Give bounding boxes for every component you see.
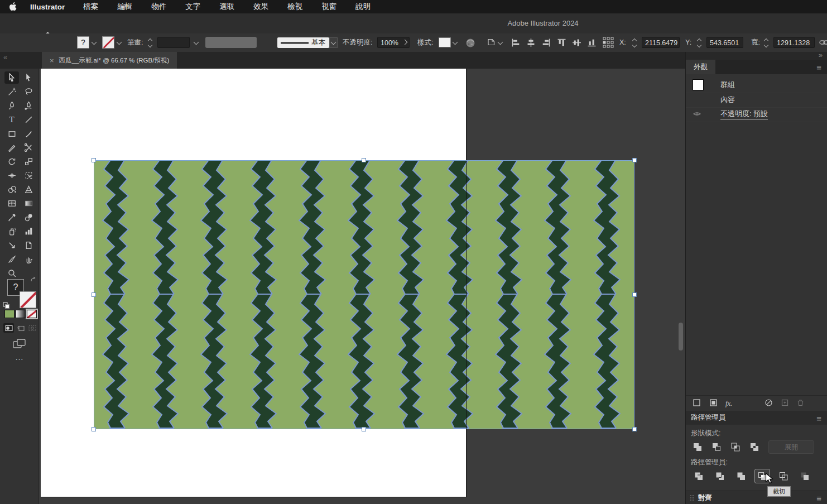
paintbrush-tool[interactable]: [21, 127, 36, 140]
align-horizontal-center-icon[interactable]: [526, 38, 536, 50]
appearance-panel-menu-icon[interactable]: ≡: [816, 63, 821, 72]
align-to-selection-icon[interactable]: [487, 37, 496, 49]
pathfinder-minus-back-icon[interactable]: [797, 469, 812, 483]
tab-overflow-icon[interactable]: «: [3, 53, 7, 61]
align-vertical-bottom-icon[interactable]: [587, 38, 597, 50]
align-vertical-center-icon[interactable]: [572, 38, 581, 50]
apple-icon[interactable]: [9, 2, 17, 11]
draw-inside-mode[interactable]: [27, 323, 37, 333]
recolor-artwork-icon[interactable]: [465, 38, 475, 50]
draw-behind-mode[interactable]: [15, 323, 26, 333]
lasso-tool[interactable]: [21, 85, 36, 98]
selection-handle-mid-right[interactable]: [632, 292, 637, 297]
stroke-indicator[interactable]: [20, 291, 36, 308]
align-horizontal-left-icon[interactable]: [511, 38, 521, 50]
edit-toolbar-ellipsis[interactable]: …: [0, 352, 39, 362]
align-vertical-top-icon[interactable]: [557, 38, 566, 50]
appearance-row-opacity[interactable]: 不透明度: 預設: [686, 107, 827, 122]
direct-selection-tool[interactable]: [21, 71, 36, 84]
stroke-weight-chevron-icon[interactable]: [194, 40, 199, 45]
document-tab[interactable]: × 西瓜__示範.ai* @ 66.67 % (RGB/預視): [42, 52, 177, 69]
draw-normal-mode[interactable]: [3, 323, 14, 333]
gradient-tool[interactable]: [21, 197, 36, 209]
align-to-chevron-icon[interactable]: [498, 40, 503, 45]
menu-item-edit[interactable]: 編輯: [108, 2, 142, 12]
selection-handle-top-center[interactable]: [362, 158, 366, 162]
vertical-scrollbar-thumb[interactable]: [679, 323, 683, 351]
none-mode-swatch[interactable]: [27, 310, 37, 318]
selection-handle-bottom-right[interactable]: [632, 427, 637, 431]
y-stepper[interactable]: [698, 39, 701, 47]
rotate-tool[interactable]: [4, 155, 19, 167]
selection-tool[interactable]: [4, 71, 19, 84]
zoom-tool[interactable]: [4, 267, 19, 279]
fill-color-swatch[interactable]: ?: [77, 36, 89, 49]
menu-item-object[interactable]: 物件: [142, 2, 176, 12]
menu-item-effect[interactable]: 效果: [244, 2, 278, 12]
expand-button[interactable]: 展開: [768, 440, 814, 454]
mesh-tool[interactable]: [4, 197, 19, 209]
selection-handle-top-right[interactable]: [632, 158, 637, 162]
fill-chevron-icon[interactable]: [92, 40, 97, 45]
pen-tool[interactable]: [4, 99, 19, 112]
menu-item-view[interactable]: 檢視: [278, 2, 312, 12]
perspective-grid-tool[interactable]: [21, 183, 36, 195]
menu-item-file[interactable]: 檔案: [74, 2, 108, 12]
brush-definition-dropdown[interactable]: [205, 37, 257, 48]
free-transform-tool[interactable]: [21, 169, 36, 181]
close-tab-icon[interactable]: ×: [50, 56, 54, 65]
eyedropper-tool[interactable]: [4, 211, 19, 223]
selection-handle-bottom-left[interactable]: [92, 427, 96, 431]
shaper-pencil-tool[interactable]: [4, 141, 19, 153]
pathfinder-panel-menu-icon[interactable]: ≡: [816, 413, 821, 423]
transform-reference-grid-icon[interactable]: [603, 37, 614, 50]
width-tool[interactable]: [4, 169, 19, 181]
width-profile-dropdown[interactable]: 基本: [277, 37, 329, 48]
shape-mode-minus-front-icon[interactable]: [709, 440, 724, 454]
change-screen-mode-icon[interactable]: [12, 338, 27, 352]
x-stepper[interactable]: [633, 39, 636, 47]
graphic-style-swatch[interactable]: [439, 37, 451, 47]
opacity-row-label[interactable]: 不透明度: 預設: [720, 109, 768, 120]
selection-handle-top-left[interactable]: [92, 158, 96, 162]
pathfinder-merge-icon[interactable]: [734, 469, 748, 483]
menu-item-type[interactable]: 文字: [176, 2, 210, 12]
tab-appearance[interactable]: 外觀: [686, 60, 715, 74]
duplicate-item-icon[interactable]: [781, 399, 789, 409]
pathfinder-trim-icon[interactable]: [713, 469, 727, 483]
hand-tool[interactable]: [21, 253, 36, 265]
canvas-area[interactable]: [39, 69, 685, 504]
watermelon-pattern-artwork[interactable]: [94, 160, 634, 429]
pathfinder-divide-icon[interactable]: [691, 469, 706, 483]
style-chevron-icon[interactable]: [453, 40, 458, 45]
curvature-tool[interactable]: [21, 99, 36, 112]
pathfinder-outline-icon[interactable]: [776, 469, 791, 483]
width-field[interactable]: 1291.1328: [773, 37, 815, 48]
tab-align[interactable]: 對齊: [686, 491, 712, 504]
default-fill-stroke-icon[interactable]: [3, 301, 10, 311]
menu-item-help[interactable]: 說明: [346, 2, 380, 12]
selection-handle-bottom-center[interactable]: [362, 427, 366, 431]
stroke-weight-field[interactable]: [157, 37, 190, 48]
width-stepper[interactable]: [765, 39, 768, 47]
add-effect-fx-icon[interactable]: fx.: [725, 400, 732, 408]
appearance-row-group[interactable]: 群組: [686, 77, 827, 93]
add-new-stroke-icon[interactable]: [693, 399, 701, 409]
shape-mode-unite-icon[interactable]: [690, 440, 705, 454]
y-field[interactable]: 543.6501: [706, 37, 743, 48]
artboard-tool[interactable]: [4, 239, 19, 251]
shape-mode-intersect-icon[interactable]: [728, 440, 743, 454]
stroke-color-swatch[interactable]: [102, 36, 114, 49]
rectangle-tool[interactable]: [4, 127, 19, 140]
blend-tool[interactable]: [21, 211, 36, 223]
clear-appearance-icon[interactable]: [765, 399, 773, 409]
shape-builder-tool[interactable]: [4, 183, 19, 195]
menu-item-select[interactable]: 選取: [210, 2, 244, 12]
align-panel-menu-icon[interactable]: ≡: [816, 493, 821, 503]
link-dimensions-icon[interactable]: [819, 39, 827, 49]
gradient-mode-swatch[interactable]: [16, 310, 26, 318]
align-horizontal-right-icon[interactable]: [541, 38, 551, 50]
menu-item-window[interactable]: 視窗: [312, 2, 346, 12]
visibility-eye-icon[interactable]: [693, 110, 701, 119]
tab-pathfinder[interactable]: 路徑管理員: [686, 411, 726, 425]
